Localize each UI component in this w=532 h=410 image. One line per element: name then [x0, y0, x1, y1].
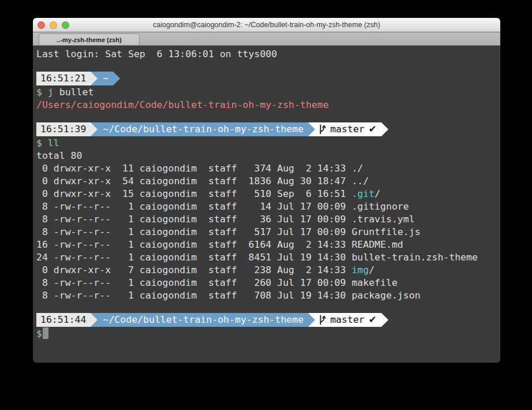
- file-meta: 16 -rw-r--r-- 1 caiogondim staff 6164 Au…: [36, 239, 351, 250]
- tab-label: ..-my-zsh-theme (zsh): [57, 36, 121, 43]
- title-bar[interactable]: caiogondim@caiogondim-2: ~/Code/bullet-t…: [33, 18, 500, 32]
- traffic-lights: [38, 18, 69, 32]
- file-listing-row: 8 -rw-r--r-- 1 caiogondim staff 517 Jul …: [36, 226, 497, 238]
- last-login-line: Last login: Sat Sep 6 13:06:01 on ttys00…: [36, 48, 497, 61]
- file-name: Gruntfile.js: [351, 226, 420, 237]
- text-cursor: [43, 327, 48, 339]
- powerline-separator-icon: [91, 72, 98, 85]
- file-name: package.json: [351, 290, 420, 301]
- tab-my-zsh-theme[interactable]: ..-my-zsh-theme (zsh): [39, 33, 140, 45]
- powerline-separator-icon: [381, 122, 388, 136]
- git-branch-icon: [319, 315, 326, 325]
- prompt-time: 16:51:21: [40, 72, 86, 85]
- terminal-screen[interactable]: Last login: Sat Sep 6 13:06:01 on ttys00…: [33, 46, 500, 363]
- prompt-time-segment: 16:51:44: [36, 313, 91, 327]
- zoom-button[interactable]: [62, 21, 69, 29]
- command-args: bullet: [54, 87, 94, 98]
- powerline-separator-icon: [113, 72, 120, 85]
- prompt-git-segment: master ✔: [315, 313, 381, 327]
- powerline-separator-icon: [91, 313, 98, 327]
- minimize-button[interactable]: [50, 21, 57, 29]
- file-name: .gitignore: [351, 201, 409, 212]
- file-listing-row: 0 drwxr-xr-x 15 caiogondim staff 510 Sep…: [36, 188, 497, 200]
- shell-prompt-2: 16:51:39 ~/Code/bullet-train-oh-my-zsh-t…: [36, 122, 497, 136]
- file-meta: 0 drwxr-xr-x 15 caiogondim staff 510 Sep…: [36, 188, 351, 199]
- file-dir-slash: /: [369, 264, 374, 275]
- prompt-dollar: $: [36, 137, 42, 148]
- file-name: ./: [351, 163, 363, 174]
- prompt-path: ~: [103, 72, 108, 85]
- file-meta: 0 drwxr-xr-x 54 caiogondim staff 1836 Au…: [36, 176, 351, 187]
- file-listing-row: 16 -rw-r--r-- 1 caiogondim staff 6164 Au…: [36, 238, 497, 251]
- window-title: caiogondim@caiogondim-2: ~/Code/bullet-t…: [33, 21, 500, 29]
- file-listing: 0 drwxr-xr-x 11 caiogondim staff 374 Aug…: [36, 162, 497, 302]
- powerline-separator-icon: [308, 313, 315, 327]
- prompt-dollar: $: [36, 328, 42, 339]
- prompt-path-segment: ~/Code/bullet-train-oh-my-zsh-theme: [98, 122, 308, 136]
- tab-bar: ..-my-zsh-theme (zsh): [33, 32, 500, 46]
- file-name: bullet-train.zsh-theme: [351, 252, 478, 263]
- command-text: j: [42, 87, 54, 98]
- file-listing-row: 24 -rw-r--r-- 1 caiogondim staff 8451 Ju…: [36, 251, 497, 264]
- prompt-time-segment: 16:51:39: [36, 122, 91, 136]
- file-name: ../: [351, 176, 369, 187]
- git-branch-icon: [319, 124, 326, 135]
- total-line: total 80: [36, 150, 497, 162]
- file-meta: 0 drwxr-xr-x 11 caiogondim staff 374 Aug…: [36, 163, 351, 174]
- command-line-1: $ j bullet: [36, 86, 497, 99]
- file-name: README.md: [351, 239, 403, 250]
- file-listing-row: 8 -rw-r--r-- 1 caiogondim staff 36 Jul 1…: [36, 213, 497, 226]
- command-line-2: $ ll: [36, 137, 497, 150]
- prompt-dollar: $: [36, 87, 42, 98]
- file-listing-row: 0 drwxr-xr-x 7 caiogondim staff 238 Aug …: [36, 264, 497, 277]
- file-meta: 24 -rw-r--r-- 1 caiogondim staff 8451 Ju…: [36, 252, 351, 263]
- powerline-separator-icon: [381, 313, 388, 327]
- prompt-path-segment: ~: [98, 72, 113, 85]
- file-listing-row: 8 -rw-r--r-- 1 caiogondim staff 14 Jul 1…: [36, 200, 497, 213]
- file-listing-row: 0 drwxr-xr-x 54 caiogondim staff 1836 Au…: [36, 175, 497, 188]
- file-meta: 8 -rw-r--r-- 1 caiogondim staff 260 Jul …: [36, 277, 351, 288]
- shell-prompt-1: 16:51:21 ~: [36, 72, 497, 85]
- git-branch-name: master: [330, 123, 365, 136]
- terminal-window: caiogondim@caiogondim-2: ~/Code/bullet-t…: [33, 18, 500, 363]
- file-meta: 8 -rw-r--r-- 1 caiogondim staff 36 Jul 1…: [36, 214, 351, 225]
- file-meta: 8 -rw-r--r-- 1 caiogondim staff 708 Jul …: [36, 290, 351, 301]
- prompt-path-segment: ~/Code/bullet-train-oh-my-zsh-theme: [98, 313, 308, 327]
- file-listing-row: 8 -rw-r--r-- 1 caiogondim staff 260 Jul …: [36, 277, 497, 289]
- file-listing-row: 0 drwxr-xr-x 11 caiogondim staff 374 Aug…: [36, 162, 497, 175]
- file-name: .git: [351, 188, 374, 199]
- file-name: img: [351, 264, 369, 275]
- prompt-path: ~/Code/bullet-train-oh-my-zsh-theme: [103, 123, 304, 136]
- file-meta: 0 drwxr-xr-x 7 caiogondim staff 238 Aug …: [36, 264, 351, 275]
- command-text: ll: [42, 137, 59, 148]
- input-line[interactable]: $: [36, 327, 497, 340]
- prompt-git-segment: master ✔: [315, 122, 381, 136]
- prompt-time-segment: 16:51:21: [36, 72, 91, 85]
- file-dir-slash: /: [374, 188, 380, 199]
- file-name: .travis.yml: [351, 214, 414, 225]
- command-output-path: /Users/caiogondim/Code/bullet-train-oh-m…: [36, 99, 497, 111]
- file-meta: 8 -rw-r--r-- 1 caiogondim staff 14 Jul 1…: [36, 201, 351, 212]
- git-clean-check-icon: ✔: [369, 314, 377, 326]
- prompt-path: ~/Code/bullet-train-oh-my-zsh-theme: [103, 314, 304, 326]
- file-meta: 8 -rw-r--r-- 1 caiogondim staff 517 Jul …: [36, 226, 351, 237]
- file-listing-row: 8 -rw-r--r-- 1 caiogondim staff 708 Jul …: [36, 289, 497, 302]
- prompt-time: 16:51:39: [40, 123, 86, 136]
- git-clean-check-icon: ✔: [369, 123, 377, 136]
- close-button[interactable]: [38, 21, 45, 29]
- powerline-separator-icon: [308, 122, 315, 136]
- file-name: makefile: [351, 277, 397, 288]
- git-branch-name: master: [330, 314, 365, 326]
- shell-prompt-3: 16:51:44 ~/Code/bullet-train-oh-my-zsh-t…: [36, 313, 497, 327]
- powerline-separator-icon: [91, 122, 98, 136]
- prompt-time: 16:51:44: [40, 314, 86, 326]
